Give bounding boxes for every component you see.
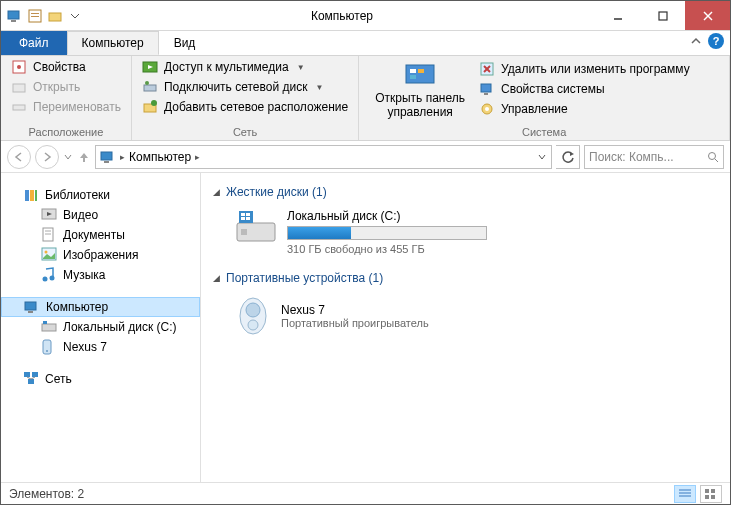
details-view-button[interactable] [674,485,696,503]
tree-pictures[interactable]: Изображения [1,245,200,265]
properties-button[interactable]: Свойства [7,58,125,76]
refresh-button[interactable] [556,145,580,169]
svg-rect-7 [659,12,667,20]
svg-rect-55 [32,372,38,377]
ribbon-tabs: Файл Компьютер Вид ? [1,31,730,55]
up-button[interactable] [77,150,91,164]
svg-rect-31 [101,152,112,160]
device-item[interactable]: Nexus 7 Портативный проигрыватель [213,289,718,349]
svg-rect-0 [8,11,19,19]
breadcrumb-segment-computer[interactable]: Компьютер [129,150,191,164]
rename-label: Переименовать [33,100,121,114]
manage-icon [479,101,495,117]
add-location-label: Добавить сетевое расположение [164,100,348,114]
back-button[interactable] [7,145,31,169]
group-label-location: Расположение [7,124,125,140]
rename-button[interactable]: Переименовать [7,98,125,116]
chevron-right-icon[interactable]: ▸ [195,152,200,162]
search-placeholder: Поиск: Компь... [589,150,674,164]
uninstall-label: Удалить или изменить программу [501,62,690,76]
svg-point-46 [43,277,48,282]
tree-network[interactable]: Сеть [1,369,200,389]
maximize-button[interactable] [640,1,685,30]
svg-line-35 [715,159,718,162]
new-folder-icon[interactable] [47,8,63,24]
chevron-right-icon[interactable]: ▸ [120,152,125,162]
svg-rect-65 [246,217,250,220]
pictures-icon [41,247,57,263]
manage-button[interactable]: Управление [475,100,723,118]
svg-rect-74 [705,495,709,499]
documents-icon [41,227,57,243]
drive-info: Локальный диск (C:) 310 ГБ свободно из 4… [287,209,487,255]
music-icon [41,267,57,283]
search-input[interactable]: Поиск: Компь... [584,145,724,169]
title-bar: Компьютер [1,1,730,31]
chevron-down-icon: ▼ [315,83,323,92]
recent-dropdown-icon[interactable] [63,152,73,162]
system-properties-button[interactable]: Свойства системы [475,80,723,98]
svg-rect-22 [418,69,424,73]
system-properties-icon [479,81,495,97]
capacity-fill [288,227,351,239]
tree-local-disk[interactable]: Локальный диск (C:) [1,317,200,337]
properties-icon[interactable] [27,8,43,24]
breadcrumb-dropdown-icon[interactable] [537,152,547,162]
map-drive-button[interactable]: Подключить сетевой диск ▼ [138,78,352,96]
tab-view[interactable]: Вид [159,31,211,55]
tree-nexus[interactable]: Nexus 7 [1,337,200,357]
forward-button[interactable] [35,145,59,169]
group-label-network: Сеть [138,124,352,140]
svg-rect-36 [25,190,29,201]
svg-line-58 [31,377,35,379]
properties-icon [11,59,27,75]
ribbon-collapse-icon[interactable] [690,35,702,47]
qat-dropdown-icon[interactable] [67,8,83,24]
device-subtitle: Портативный проигрыватель [281,317,429,329]
svg-rect-5 [49,13,61,21]
disk-icon [41,319,57,335]
breadcrumb[interactable]: ▸ Компьютер ▸ [95,145,552,169]
add-location-button[interactable]: Добавить сетевое расположение [138,98,352,116]
close-button[interactable] [685,1,730,30]
uninstall-button[interactable]: Удалить или изменить программу [475,60,723,78]
section-hard-drives[interactable]: ◢ Жесткие диски (1) [213,181,718,203]
tree-video[interactable]: Видео [1,205,200,225]
svg-point-53 [46,350,48,352]
section-portable-devices[interactable]: ◢ Портативные устройства (1) [213,267,718,289]
device-info: Nexus 7 Портативный проигрыватель [281,303,429,329]
svg-rect-3 [31,13,39,14]
computer-icon [24,299,40,315]
svg-rect-63 [246,213,250,216]
svg-point-17 [145,81,149,85]
minimize-button[interactable] [595,1,640,30]
explorer-window: Компьютер Файл Компьютер Вид ? Свойства [0,0,731,505]
icons-view-button[interactable] [700,485,722,503]
group-label-system: Система [365,124,723,140]
tree-libraries[interactable]: Библиотеки [1,185,200,205]
status-bar: Элементов: 2 [1,482,730,504]
manage-label: Управление [501,102,568,116]
device-icon [41,339,57,355]
svg-rect-38 [35,190,37,201]
open-button[interactable]: Открыть [7,78,125,96]
tab-computer[interactable]: Компьютер [67,31,159,55]
tab-file[interactable]: Файл [1,31,67,55]
tree-documents[interactable]: Документы [1,225,200,245]
tree-music[interactable]: Музыка [1,265,200,285]
uninstall-icon [479,61,495,77]
ribbon-help-area: ? [690,33,724,49]
computer-icon[interactable] [7,8,23,24]
media-label: Доступ к мультимедиа [164,60,289,74]
svg-rect-51 [43,321,47,324]
view-switcher [674,485,722,503]
svg-rect-1 [11,20,16,22]
help-icon[interactable]: ? [708,33,724,49]
ribbon-group-system: Открыть панель управления Удалить или из… [359,56,730,140]
media-access-button[interactable]: Доступ к мультимедиа ▼ [138,58,352,76]
ribbon-group-network: Доступ к мультимедиа ▼ Подключить сетево… [132,56,359,140]
tree-computer[interactable]: Компьютер [1,297,200,317]
control-panel-button[interactable]: Открыть панель управления [365,58,475,124]
drive-item[interactable]: Локальный диск (C:) 310 ГБ свободно из 4… [213,203,718,267]
collapse-icon: ◢ [213,187,220,197]
